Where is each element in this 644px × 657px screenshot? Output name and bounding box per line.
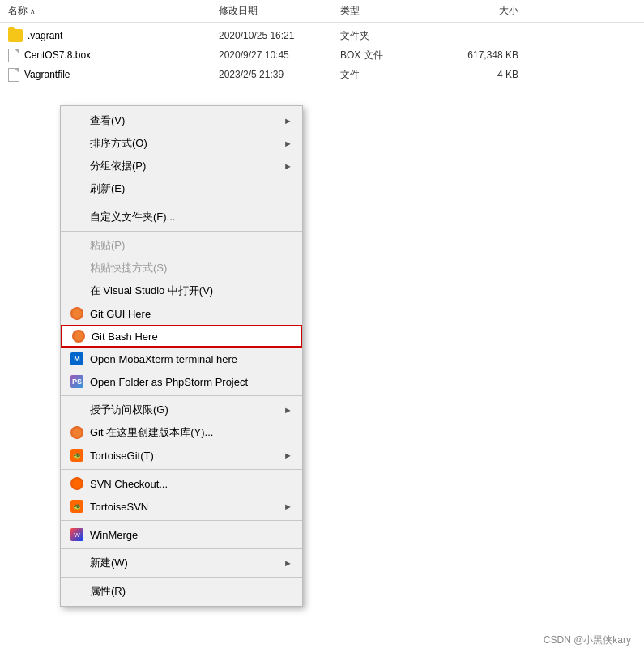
menu-separator (61, 395, 302, 396)
menu-separator (61, 520, 302, 521)
menu-item-tortoisegit[interactable]: 🐢 TortoiseGit(T) ► (61, 444, 302, 467)
empty-icon (70, 182, 83, 195)
empty-icon (70, 403, 83, 416)
submenu-arrow: ► (284, 139, 292, 148)
col-header-size[interactable]: 大小 (437, 4, 518, 18)
menu-item-label: 新建(W) (90, 556, 277, 570)
menu-item-label: TortoiseSVN (90, 501, 277, 513)
file-explorer: 名称 修改日期 类型 大小 .vagrant 2020/10/25 16:21 … (0, 0, 644, 657)
menu-item-label: 查看(V) (90, 113, 277, 128)
table-row[interactable]: .vagrant 2020/10/25 16:21 文件夹 (0, 26, 644, 45)
menu-separator (61, 469, 302, 470)
menu-item-label: 粘贴(P) (90, 238, 292, 253)
empty-icon (70, 137, 83, 150)
menu-separator (61, 231, 302, 232)
submenu-arrow: ► (284, 405, 292, 415)
menu-item-label: SVN Checkout... (90, 478, 292, 490)
file-icon (8, 68, 19, 82)
empty-icon (70, 557, 83, 570)
menu-item-winmerge[interactable]: W WinMerge (61, 523, 302, 546)
git-icon (72, 330, 85, 343)
mobaxterm-icon: M (70, 352, 83, 365)
menu-item-label: Open Folder as PhpStorm Project (90, 376, 292, 388)
menu-item-label: WinMerge (90, 529, 292, 541)
menu-item-tortoisesvn[interactable]: 🐢 TortoiseSVN ► (61, 495, 302, 518)
menu-item-phpstorm[interactable]: PS Open Folder as PhpStorm Project (61, 370, 302, 393)
svn-icon (70, 477, 83, 490)
menu-item-git-create[interactable]: Git 在这里创建版本库(Y)... (61, 421, 302, 444)
menu-item-paste[interactable]: 粘贴(P) (61, 234, 302, 257)
menu-separator (61, 203, 302, 203)
empty-icon (70, 239, 83, 252)
folder-icon (8, 29, 23, 42)
menu-item-git-bash[interactable]: Git Bash Here (61, 325, 302, 348)
empty-icon (70, 114, 83, 127)
submenu-arrow: ► (284, 558, 292, 568)
menu-item-refresh[interactable]: 刷新(E) (61, 177, 302, 200)
menu-item-label: 分组依据(P) (90, 159, 277, 173)
table-row[interactable]: Vagrantfile 2023/2/5 21:39 文件 4 KB (0, 65, 644, 84)
menu-item-properties[interactable]: 属性(R) (61, 580, 302, 603)
file-name: Vagrantfile (8, 68, 219, 82)
menu-item-label: 排序方式(O) (90, 136, 277, 151)
tortoisesvn-icon: 🐢 (70, 449, 83, 462)
menu-item-git-gui[interactable]: Git GUI Here (61, 302, 302, 325)
winmerge-icon: W (70, 528, 83, 541)
menu-item-label: 自定义文件夹(F)... (90, 210, 292, 224)
empty-icon (70, 262, 83, 275)
file-date: 2020/10/25 16:21 (219, 30, 340, 41)
phpstorm-icon: PS (70, 375, 83, 388)
file-type: 文件夹 (340, 29, 437, 43)
file-icon (8, 49, 19, 62)
menu-item-label: 在 Visual Studio 中打开(V) (90, 284, 292, 298)
context-menu: 查看(V) ► 排序方式(O) ► 分组依据(P) ► 刷新(E) 自定义文件夹… (60, 105, 303, 607)
menu-item-new[interactable]: 新建(W) ► (61, 552, 302, 574)
menu-item-open-vs[interactable]: 在 Visual Studio 中打开(V) (61, 279, 302, 302)
menu-item-access[interactable]: 授予访问权限(G) ► (61, 399, 302, 421)
menu-item-svn-checkout[interactable]: SVN Checkout... (61, 472, 302, 495)
submenu-arrow: ► (284, 116, 292, 126)
git-icon (70, 426, 83, 439)
file-size: 4 KB (437, 69, 518, 80)
menu-item-group[interactable]: 分组依据(P) ► (61, 155, 302, 177)
col-header-name[interactable]: 名称 (8, 4, 219, 18)
watermark: CSDN @小黑侠kary (544, 634, 631, 647)
empty-icon (70, 284, 83, 297)
file-header: 名称 修改日期 类型 大小 (0, 0, 644, 23)
menu-item-label: 粘贴快捷方式(S) (90, 261, 292, 275)
col-header-date[interactable]: 修改日期 (219, 4, 340, 18)
empty-icon (70, 211, 83, 224)
menu-item-label: Git Bash Here (92, 331, 291, 343)
menu-separator (61, 548, 302, 549)
file-date: 2023/2/5 21:39 (219, 69, 340, 80)
menu-item-customize[interactable]: 自定义文件夹(F)... (61, 206, 302, 228)
submenu-arrow: ► (284, 450, 292, 460)
menu-item-label: 授予访问权限(G) (90, 403, 277, 417)
menu-item-label: 属性(R) (90, 584, 292, 599)
col-header-type[interactable]: 类型 (340, 4, 437, 18)
menu-item-label: Open MobaXterm terminal here (90, 353, 292, 365)
menu-item-view[interactable]: 查看(V) ► (61, 109, 302, 132)
git-icon (70, 307, 83, 320)
menu-item-sort[interactable]: 排序方式(O) ► (61, 132, 302, 155)
menu-item-paste-shortcut[interactable]: 粘贴快捷方式(S) (61, 257, 302, 279)
menu-item-label: 刷新(E) (90, 181, 292, 196)
file-name: CentOS7.8.box (8, 49, 219, 62)
menu-item-label: TortoiseGit(T) (90, 450, 277, 462)
file-type: 文件 (340, 68, 437, 82)
empty-icon (70, 160, 83, 173)
menu-separator (61, 577, 302, 578)
table-row[interactable]: CentOS7.8.box 2020/9/27 10:45 BOX 文件 617… (0, 45, 644, 65)
menu-item-label: Git 在这里创建版本库(Y)... (90, 425, 292, 440)
file-list: .vagrant 2020/10/25 16:21 文件夹 CentOS7.8.… (0, 23, 644, 87)
empty-icon (70, 585, 83, 598)
file-size: 617,348 KB (437, 49, 518, 61)
file-type: BOX 文件 (340, 49, 437, 62)
file-date: 2020/9/27 10:45 (219, 49, 340, 61)
tortoisesvn-icon: 🐢 (70, 500, 83, 513)
submenu-arrow: ► (284, 161, 292, 171)
menu-item-mobaxterm[interactable]: M Open MobaXterm terminal here (61, 348, 302, 370)
file-name: .vagrant (8, 29, 219, 42)
submenu-arrow: ► (284, 501, 292, 511)
menu-item-label: Git GUI Here (90, 308, 292, 320)
